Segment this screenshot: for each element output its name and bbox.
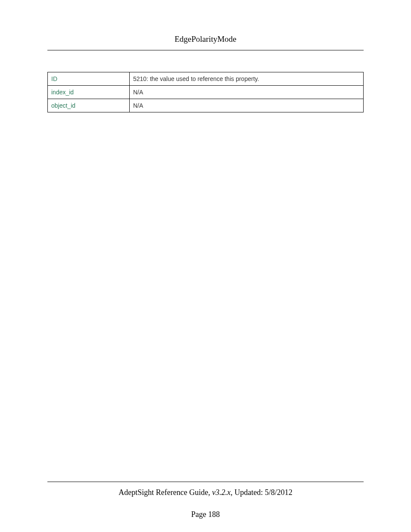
page-title: EdgePolarityMode	[47, 34, 364, 50]
updated-date: 5/8/2012	[265, 488, 293, 497]
page-footer: AdeptSight Reference Guide, v3.2.x, Upda…	[47, 482, 364, 532]
table-value: N/A	[130, 86, 364, 99]
table-row: object_id N/A	[48, 99, 364, 112]
footer-divider	[47, 482, 364, 482]
table-row: ID 5210: the value used to reference thi…	[48, 72, 364, 86]
page-number: Page 188	[47, 510, 364, 519]
header-divider	[47, 50, 364, 50]
updated-label: , Updated:	[230, 488, 265, 497]
footer-text: AdeptSight Reference Guide, v3.2.x, Upda…	[47, 488, 364, 497]
table-value: N/A	[130, 99, 364, 112]
version: , v3.2.x	[208, 488, 230, 497]
property-table: ID 5210: the value used to reference thi…	[47, 72, 364, 112]
guide-name: AdeptSight Reference Guide	[118, 488, 208, 497]
page-label: Page	[191, 510, 209, 519]
page-num: 188	[208, 510, 220, 519]
table-key: object_id	[48, 99, 130, 112]
table-value: 5210: the value used to reference this p…	[130, 72, 364, 86]
table-row: index_id N/A	[48, 86, 364, 99]
table-key: ID	[48, 72, 130, 86]
table-key: index_id	[48, 86, 130, 99]
